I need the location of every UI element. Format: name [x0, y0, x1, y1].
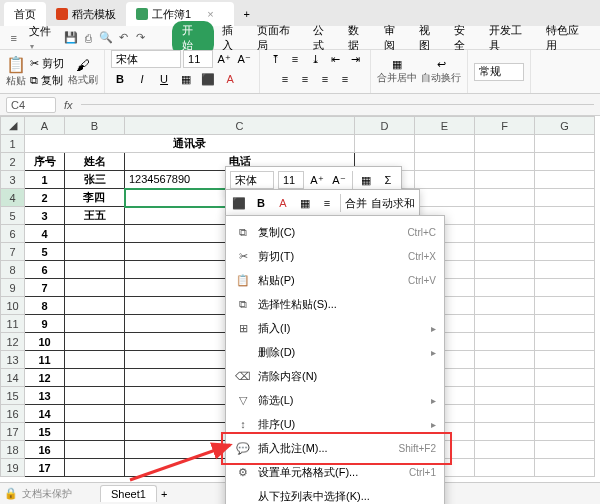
- data-cell[interactable]: 4: [25, 225, 65, 243]
- ctx-insert[interactable]: ⊞插入(I)▸: [226, 316, 444, 340]
- ctx-paste-special[interactable]: ⧉选择性粘贴(S)...: [226, 292, 444, 316]
- paste-button[interactable]: 粘贴: [6, 74, 26, 88]
- align-right-icon[interactable]: ≡: [316, 70, 334, 88]
- ctx-sort[interactable]: ↕排序(U)▸: [226, 412, 444, 436]
- data-cell[interactable]: [65, 243, 125, 261]
- add-sheet-icon[interactable]: +: [161, 488, 167, 500]
- header-cell[interactable]: 姓名: [65, 153, 125, 171]
- justify-icon[interactable]: ≡: [336, 70, 354, 88]
- data-cell[interactable]: [65, 405, 125, 423]
- col-header[interactable]: F: [475, 117, 535, 135]
- mini-merge-label[interactable]: 合并: [345, 196, 367, 211]
- data-cell[interactable]: 13: [25, 387, 65, 405]
- data-cell[interactable]: 张三: [65, 171, 125, 189]
- row-header[interactable]: 13: [1, 351, 25, 369]
- data-cell[interactable]: 王五: [65, 207, 125, 225]
- menu-file[interactable]: 文件▾: [23, 22, 61, 53]
- corner-cell[interactable]: ◢: [1, 117, 25, 135]
- print-icon[interactable]: ⎙: [81, 30, 96, 46]
- data-cell[interactable]: 9: [25, 315, 65, 333]
- col-header[interactable]: A: [25, 117, 65, 135]
- data-cell[interactable]: [65, 279, 125, 297]
- align-icon[interactable]: ≡: [318, 194, 336, 212]
- data-cell[interactable]: 1: [25, 171, 65, 189]
- align-top-icon[interactable]: ⤒: [266, 50, 284, 68]
- row-header[interactable]: 1: [1, 135, 25, 153]
- data-cell[interactable]: [65, 351, 125, 369]
- row-header[interactable]: 2: [1, 153, 25, 171]
- row-header[interactable]: 10: [1, 297, 25, 315]
- ctx-dropdown[interactable]: 从下拉列表中选择(K)...: [226, 484, 444, 504]
- indent-left-icon[interactable]: ⇤: [326, 50, 344, 68]
- bold-icon[interactable]: B: [252, 194, 270, 212]
- copy-button[interactable]: ⧉ 复制: [30, 73, 64, 88]
- data-cell[interactable]: 李四: [65, 189, 125, 207]
- row-header[interactable]: 8: [1, 261, 25, 279]
- data-cell[interactable]: 17: [25, 459, 65, 477]
- merge-icon[interactable]: ▦: [377, 58, 417, 71]
- row-header[interactable]: 17: [1, 423, 25, 441]
- fill-color-button[interactable]: ⬛: [199, 70, 217, 88]
- row-header[interactable]: 6: [1, 225, 25, 243]
- fx-icon[interactable]: fx: [64, 99, 73, 111]
- data-cell[interactable]: 3: [25, 207, 65, 225]
- row-header[interactable]: 14: [1, 369, 25, 387]
- ctx-delete[interactable]: 删除(D)▸: [226, 340, 444, 364]
- merge-button[interactable]: 合并居中: [377, 71, 417, 85]
- row-header[interactable]: 19: [1, 459, 25, 477]
- data-cell[interactable]: [65, 261, 125, 279]
- data-cell[interactable]: 15: [25, 423, 65, 441]
- save-icon[interactable]: 💾: [63, 30, 78, 46]
- ctx-format-cells[interactable]: ⚙设置单元格格式(F)...Ctrl+1: [226, 460, 444, 484]
- data-cell[interactable]: 16: [25, 441, 65, 459]
- paste-icon[interactable]: 📋: [6, 55, 26, 74]
- data-cell[interactable]: [65, 369, 125, 387]
- align-left-icon[interactable]: ≡: [276, 70, 294, 88]
- row-header[interactable]: 16: [1, 405, 25, 423]
- formula-input[interactable]: [81, 104, 594, 105]
- data-cell[interactable]: [65, 315, 125, 333]
- font-color-icon[interactable]: A: [274, 194, 292, 212]
- italic-button[interactable]: I: [133, 70, 151, 88]
- col-header[interactable]: G: [535, 117, 595, 135]
- row-header[interactable]: 12: [1, 333, 25, 351]
- row-header[interactable]: 3: [1, 171, 25, 189]
- ctx-clear[interactable]: ⌫清除内容(N): [226, 364, 444, 388]
- row-header[interactable]: 15: [1, 387, 25, 405]
- mini-size-select[interactable]: 11: [278, 171, 304, 189]
- border-button[interactable]: ▦: [177, 70, 195, 88]
- align-bottom-icon[interactable]: ⤓: [306, 50, 324, 68]
- data-cell[interactable]: [65, 387, 125, 405]
- decrease-font-icon[interactable]: A⁻: [235, 50, 253, 68]
- data-cell[interactable]: 12: [25, 369, 65, 387]
- data-cell[interactable]: [65, 423, 125, 441]
- increase-font-icon[interactable]: A⁺: [215, 50, 233, 68]
- col-header[interactable]: B: [65, 117, 125, 135]
- preview-icon[interactable]: 🔍: [98, 30, 113, 46]
- data-cell[interactable]: [65, 297, 125, 315]
- header-cell[interactable]: 序号: [25, 153, 65, 171]
- row-header[interactable]: 7: [1, 243, 25, 261]
- ctx-filter[interactable]: ▽筛选(L)▸: [226, 388, 444, 412]
- row-header[interactable]: 4: [1, 189, 25, 207]
- mini-font-select[interactable]: 宋体: [230, 171, 274, 189]
- font-color-button[interactable]: A: [221, 70, 239, 88]
- data-cell[interactable]: [65, 225, 125, 243]
- data-cell[interactable]: 5: [25, 243, 65, 261]
- title-cell[interactable]: 通讯录: [25, 135, 355, 153]
- data-cell[interactable]: 14: [25, 405, 65, 423]
- data-cell[interactable]: [65, 333, 125, 351]
- ctx-paste[interactable]: 📋粘贴(P)Ctrl+V: [226, 268, 444, 292]
- merge-icon[interactable]: ▦: [357, 171, 375, 189]
- fontsize-select[interactable]: 11: [183, 50, 213, 68]
- indent-right-icon[interactable]: ⇥: [346, 50, 364, 68]
- border-icon[interactable]: ▦: [296, 194, 314, 212]
- sum-icon[interactable]: Σ: [379, 171, 397, 189]
- fill-color-icon[interactable]: ⬛: [230, 194, 248, 212]
- cut-button[interactable]: ✂ 剪切: [30, 56, 64, 71]
- sheet-tab[interactable]: Sheet1: [100, 485, 157, 502]
- col-header[interactable]: D: [355, 117, 415, 135]
- ctx-cut[interactable]: ✂剪切(T)Ctrl+X: [226, 244, 444, 268]
- row-header[interactable]: 5: [1, 207, 25, 225]
- data-cell[interactable]: 2: [25, 189, 65, 207]
